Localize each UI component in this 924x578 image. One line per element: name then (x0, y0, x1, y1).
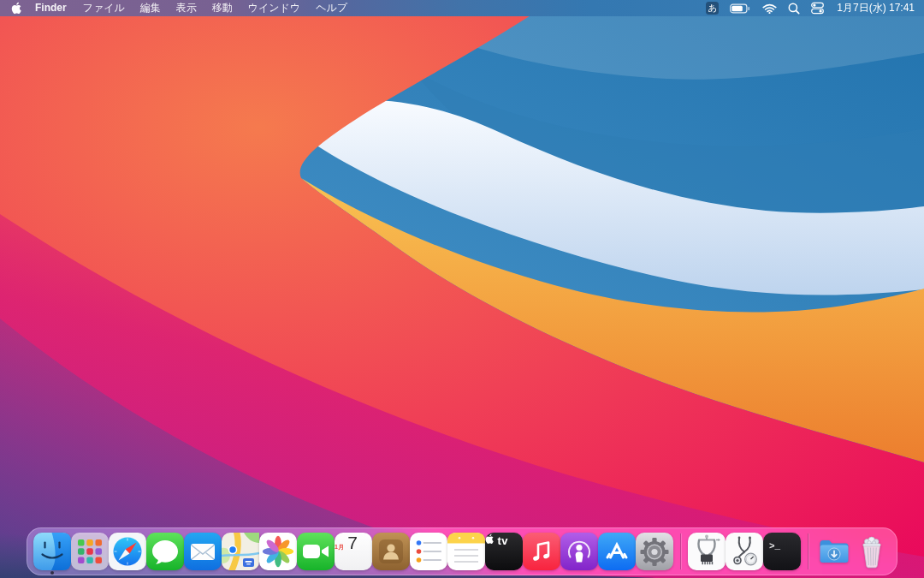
dock-item-reminders[interactable] (410, 533, 447, 570)
apple-menu-icon[interactable] (9, 2, 27, 15)
dock-item-photos[interactable] (259, 533, 297, 570)
control-center-icon[interactable] (811, 2, 824, 15)
menu-bar-status: あ 1月7日(水) 17:41 (706, 0, 915, 16)
wifi-icon[interactable] (762, 3, 777, 14)
menu-item-go[interactable]: 移動 (204, 0, 240, 16)
dock-item-notes[interactable] (447, 533, 485, 570)
mail-icon (184, 533, 222, 570)
calendar-day-label: 7 (347, 533, 358, 552)
facetime-icon (297, 533, 335, 570)
running-indicator-dot (50, 571, 54, 575)
apple-logo-glyph (485, 533, 494, 545)
dock-item-safari[interactable] (109, 533, 146, 570)
menu-item-window[interactable]: ウインドウ (240, 0, 308, 16)
dock-item-tv[interactable]: tv (485, 533, 523, 570)
menu-bar-clock[interactable]: 1月7日(水) 17:41 (835, 1, 915, 15)
menu-item-help[interactable]: ヘルプ (308, 0, 355, 16)
apple-tv-icon: tv (485, 533, 523, 570)
menu-bar-left: Finder ファイル 編集 表示 移動 ウインドウ ヘルプ (9, 0, 355, 16)
battery-icon[interactable] (730, 3, 751, 14)
dock-divider (680, 533, 681, 569)
menu-item-view[interactable]: 表示 (169, 0, 204, 16)
dock-item-music[interactable] (523, 533, 560, 570)
trash-full-icon (853, 533, 891, 570)
calendar-icon: 1月 7 (335, 533, 372, 570)
dock-item-maps[interactable] (222, 533, 259, 570)
dock-item-trash[interactable] (853, 533, 891, 570)
system-preferences-icon (636, 533, 673, 570)
desktop-wallpaper (0, 0, 924, 578)
calipers-chip-icon (688, 533, 726, 570)
spotlight-search-icon[interactable] (788, 3, 800, 15)
terminal-icon: >_ (763, 533, 801, 570)
terminal-prompt-glyph: >_ (769, 541, 780, 551)
launchpad-icon (71, 533, 109, 570)
dock-item-facetime[interactable] (297, 533, 335, 570)
dock-item-podcasts[interactable] (560, 533, 598, 570)
dock-item-messages[interactable] (146, 533, 184, 570)
photos-icon (259, 533, 297, 570)
tv-label: tv (497, 534, 508, 547)
stethoscope-icon (726, 533, 763, 570)
dock-item-downloads[interactable] (815, 533, 853, 570)
input-source-icon[interactable]: あ (706, 2, 719, 15)
dock-item-system-preferences[interactable] (636, 533, 673, 570)
messages-icon (146, 533, 184, 570)
safari-icon (109, 533, 146, 570)
music-icon (523, 533, 560, 570)
dock-item-contacts[interactable] (372, 533, 410, 570)
app-store-icon (598, 533, 636, 570)
dock-item-finder[interactable] (33, 533, 71, 570)
contacts-icon (372, 533, 410, 570)
dock-item-utility-stethoscope[interactable] (726, 533, 763, 570)
app-menu-finder[interactable]: Finder (27, 0, 75, 16)
menu-item-file[interactable]: ファイル (75, 0, 133, 16)
dock-divider (808, 533, 808, 569)
reminders-icon (410, 533, 447, 570)
dock-item-terminal[interactable]: >_ (763, 533, 801, 570)
notes-icon (447, 533, 485, 570)
dock-item-utility-calipers[interactable] (688, 533, 726, 570)
menu-bar: Finder ファイル 編集 表示 移動 ウインドウ ヘルプ あ 1月7日(水)… (0, 0, 924, 16)
podcasts-icon (560, 533, 598, 570)
downloads-folder-icon (815, 533, 853, 570)
dock-item-calendar[interactable]: 1月 7 (335, 533, 372, 570)
finder-icon (33, 533, 71, 570)
dock: 1月 7 (27, 527, 897, 575)
calendar-month-label: 1月 (335, 544, 344, 550)
maps-icon (222, 533, 259, 570)
dock-item-app-store[interactable] (598, 533, 636, 570)
dock-item-mail[interactable] (184, 533, 222, 570)
dock-item-launchpad[interactable] (71, 533, 109, 570)
menu-item-edit[interactable]: 編集 (133, 0, 169, 16)
